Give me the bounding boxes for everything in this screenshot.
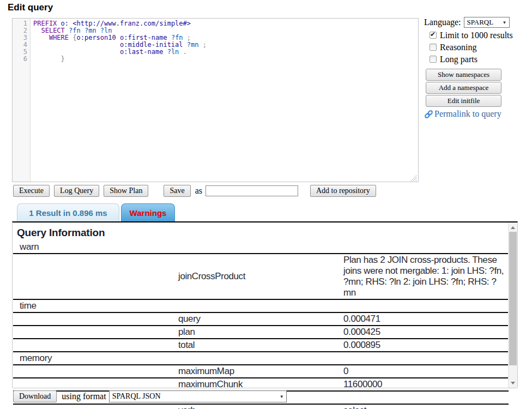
code-token: } xyxy=(61,55,65,63)
show-plan-button[interactable]: Show Plan xyxy=(104,185,148,197)
spacer-cell xyxy=(13,365,178,378)
save-name-input[interactable] xyxy=(205,185,298,196)
add-a-namespace-button[interactable]: Add a namespace xyxy=(426,82,501,94)
results-tab-bar: 1 Result in 0.896 msWarnings xyxy=(17,203,175,221)
permalink-to-query-link[interactable]: Permalink to query xyxy=(424,109,531,119)
option-checkbox-list: Limit to 1000 resultsReasoningLong parts xyxy=(423,31,531,64)
entry-value-text: select xyxy=(343,405,509,409)
checkbox-unchecked[interactable] xyxy=(430,44,437,51)
page-title: Edit query xyxy=(8,2,53,13)
language-row: Language: SPARQL ▼ xyxy=(424,17,531,28)
action-bar: Execute Log Query Show Plan Save as Add … xyxy=(13,184,376,197)
entry-key: plan xyxy=(178,326,343,339)
code-line[interactable]: } xyxy=(33,56,418,63)
line-number-gutter: 123456 xyxy=(13,19,31,182)
download-button[interactable]: Download xyxy=(13,390,57,402)
tab-1-result-in-0-896-ms[interactable]: 1 Result in 0.896 ms xyxy=(17,203,119,221)
language-label: Language: xyxy=(424,17,461,27)
query-code-area[interactable]: PREFIX o: <http://www.franz.com/simple#>… xyxy=(31,19,418,182)
entry-row: total0.000895 xyxy=(13,339,509,352)
code-token: o:first-name xyxy=(120,34,171,41)
scrollbar-thumb[interactable] xyxy=(509,232,517,365)
option-checkbox-row: Reasoning xyxy=(430,43,531,52)
code-token: . xyxy=(183,48,187,56)
category-label: time xyxy=(13,299,509,312)
permalink-label: Permalink to query xyxy=(434,109,501,119)
code-line[interactable]: o:last-name ?ln . xyxy=(33,49,418,56)
execute-button[interactable]: Execute xyxy=(13,185,50,197)
code-token: ?fn xyxy=(69,27,84,34)
code-token: o:last-name xyxy=(120,48,167,56)
spacer-cell xyxy=(13,254,178,299)
chevron-down-icon: ▼ xyxy=(503,20,507,25)
tab-warnings[interactable]: Warnings xyxy=(121,203,175,221)
entry-value-text: Plan has 2 JOIN cross-products. These jo… xyxy=(343,255,509,298)
query-editor[interactable]: 123456 PREFIX o: <http://www.franz.com/s… xyxy=(12,18,419,182)
entry-key: query xyxy=(178,312,343,326)
entry-row: joinCrossProductPlan has 2 JOIN cross-pr… xyxy=(13,254,509,299)
option-checkbox-row: Limit to 1000 results xyxy=(430,31,531,40)
code-token: ; xyxy=(187,34,191,41)
code-token: ?ln xyxy=(167,48,183,56)
query-information-table: warnjoinCrossProductPlan has 2 JOIN cros… xyxy=(13,241,509,409)
checkbox-checked[interactable] xyxy=(430,32,437,39)
code-token: ?mn xyxy=(187,41,203,49)
spacer-cell xyxy=(13,378,178,391)
add-to-repository-button[interactable]: Add to repository xyxy=(310,185,376,197)
edit-query-page: Edit query 123456 PREFIX o: <http://www.… xyxy=(0,0,532,409)
scrollbar[interactable] xyxy=(508,222,517,388)
log-query-button[interactable]: Log Query xyxy=(54,185,99,197)
code-token: o:person10 xyxy=(77,34,120,41)
entry-value: 0.000895 xyxy=(343,339,509,352)
code-token: o:middle-initial xyxy=(120,41,187,49)
entry-row: plan0.000425 xyxy=(13,326,509,339)
checkbox-label: Long parts xyxy=(440,55,477,64)
line-number: 6 xyxy=(13,56,27,63)
spacer-cell xyxy=(13,326,178,339)
category-label: memory xyxy=(13,352,509,365)
code-token: SELECT xyxy=(41,27,69,34)
checkbox-label: Limit to 1000 results xyxy=(440,31,513,40)
category-row: time xyxy=(13,299,509,312)
spacer-cell xyxy=(13,339,178,352)
entry-value: 0 xyxy=(343,365,509,378)
entry-key: maximumChunk xyxy=(178,378,343,391)
edit-initfile-button[interactable]: Edit initfile xyxy=(426,95,501,107)
entry-row: verbselect xyxy=(13,404,509,409)
results-panel: Query Information warnjoinCrossProductPl… xyxy=(12,221,518,388)
resize-grip-icon xyxy=(410,175,417,182)
entry-row: query0.000471 xyxy=(13,312,509,326)
entry-key: joinCrossProduct xyxy=(178,254,343,299)
using-format-label: using format xyxy=(62,392,106,401)
show-namespaces-button[interactable]: Show namespaces xyxy=(426,69,501,81)
language-select[interactable]: SPARQL ▼ xyxy=(464,17,510,28)
entry-value-text: 0.000895 xyxy=(343,340,509,351)
category-row: warn xyxy=(13,241,509,254)
category-row: memory xyxy=(13,352,509,365)
chevron-down-icon: ▼ xyxy=(280,394,284,399)
query-options-panel: Language: SPARQL ▼ Limit to 1000 results… xyxy=(423,17,531,119)
scroll-up-arrow[interactable] xyxy=(509,223,517,232)
code-token: PREFIX xyxy=(33,20,61,27)
entry-key: maximumMap xyxy=(178,365,343,378)
code-token: ?mn xyxy=(84,27,100,34)
save-button[interactable]: Save xyxy=(164,185,190,197)
resize-handle[interactable] xyxy=(410,174,417,181)
entry-value: 0.000471 xyxy=(343,312,509,326)
checkbox-unchecked[interactable] xyxy=(430,56,437,63)
code-token: WHERE xyxy=(49,34,72,41)
format-select-value: SPARQL JSON xyxy=(112,392,161,401)
scroll-down-arrow[interactable] xyxy=(509,378,517,387)
entry-value-text: 0 xyxy=(343,366,509,377)
link-icon xyxy=(424,110,433,119)
spacer-cell xyxy=(13,312,178,326)
code-token: ; xyxy=(203,41,207,49)
option-checkbox-row: Long parts xyxy=(430,55,531,64)
format-select[interactable]: SPARQL JSON ▼ xyxy=(109,390,287,402)
save-as-label: as xyxy=(195,186,202,196)
category-label: warn xyxy=(13,241,509,254)
entry-value-text: 0.000471 xyxy=(343,314,509,324)
checkbox-label: Reasoning xyxy=(440,43,477,52)
code-token: ?ln xyxy=(100,27,112,34)
language-select-value: SPARQL xyxy=(467,18,494,27)
